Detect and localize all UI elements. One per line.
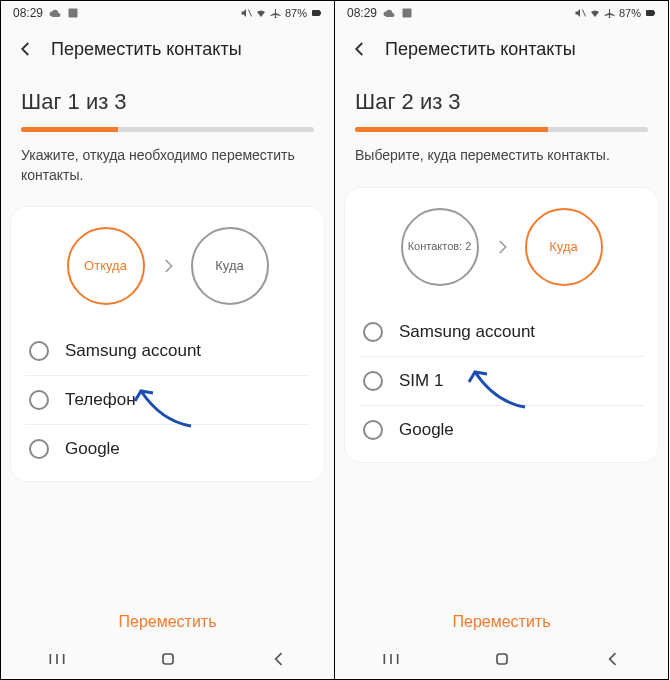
chevron-right-icon bbox=[493, 238, 511, 256]
home-icon[interactable] bbox=[492, 649, 512, 669]
status-battery: 87% bbox=[619, 7, 641, 19]
option-samsung[interactable]: Samsung account bbox=[25, 327, 310, 376]
page-title: Переместить контакты bbox=[385, 39, 576, 60]
svg-rect-6 bbox=[163, 654, 173, 664]
step-label: Шаг 1 из 3 bbox=[21, 89, 314, 115]
mute-icon bbox=[574, 7, 586, 19]
cloud-icon bbox=[383, 7, 395, 19]
move-button[interactable]: Переместить bbox=[1, 595, 334, 639]
image-icon bbox=[401, 7, 413, 19]
from-to-diagram: Откуда Куда bbox=[25, 227, 310, 305]
titlebar: Переместить контакты bbox=[1, 25, 334, 73]
status-time: 08:29 bbox=[13, 6, 43, 20]
step-section: Шаг 2 из 3 Выберите, куда переместить ко… bbox=[335, 73, 668, 166]
options-card: Контактов: 2 Куда Samsung account SIM 1 … bbox=[345, 188, 658, 462]
svg-rect-0 bbox=[69, 9, 78, 18]
option-phone[interactable]: Телефон bbox=[25, 376, 310, 425]
battery-icon bbox=[310, 7, 322, 19]
back-icon[interactable] bbox=[351, 40, 369, 58]
instruction-text: Укажите, откуда необходимо переместить к… bbox=[21, 146, 314, 185]
svg-rect-8 bbox=[646, 10, 654, 16]
to-circle-label: Куда bbox=[549, 239, 577, 255]
radio-icon bbox=[29, 439, 49, 459]
home-icon[interactable] bbox=[158, 649, 178, 669]
wifi-icon bbox=[589, 7, 601, 19]
radio-icon bbox=[29, 341, 49, 361]
radio-icon bbox=[363, 420, 383, 440]
from-circle: Откуда bbox=[67, 227, 145, 305]
option-list: Samsung account SIM 1 Google bbox=[359, 308, 644, 454]
wifi-icon bbox=[255, 7, 267, 19]
airplane-icon bbox=[604, 7, 616, 19]
progress-bar bbox=[355, 127, 648, 132]
back-icon[interactable] bbox=[17, 40, 35, 58]
status-time: 08:29 bbox=[347, 6, 377, 20]
nav-back-icon[interactable] bbox=[269, 649, 289, 669]
nav-bar bbox=[1, 639, 334, 679]
option-label: Google bbox=[399, 420, 454, 440]
chevron-right-icon bbox=[159, 257, 177, 275]
option-samsung[interactable]: Samsung account bbox=[359, 308, 644, 357]
radio-icon bbox=[363, 371, 383, 391]
move-button[interactable]: Переместить bbox=[335, 595, 668, 639]
option-label: SIM 1 bbox=[399, 371, 443, 391]
option-label: Телефон bbox=[65, 390, 136, 410]
battery-icon bbox=[644, 7, 656, 19]
option-list: Samsung account Телефон Google bbox=[25, 327, 310, 473]
step-label: Шаг 2 из 3 bbox=[355, 89, 648, 115]
statusbar: 08:29 87% bbox=[335, 1, 668, 25]
progress-fill bbox=[355, 127, 548, 132]
to-circle-label: Куда bbox=[215, 258, 243, 274]
from-circle-label: Откуда bbox=[84, 258, 127, 274]
recents-icon[interactable] bbox=[381, 649, 401, 669]
page-title: Переместить контакты bbox=[51, 39, 242, 60]
svg-rect-2 bbox=[320, 12, 321, 15]
recents-icon[interactable] bbox=[47, 649, 67, 669]
from-circle: Контактов: 2 bbox=[401, 208, 479, 286]
option-label: Samsung account bbox=[399, 322, 535, 342]
option-google[interactable]: Google bbox=[359, 406, 644, 454]
image-icon bbox=[67, 7, 79, 19]
svg-rect-7 bbox=[403, 9, 412, 18]
phone-screen-1: 08:29 87% Переместить контакты Шаг 1 из … bbox=[0, 0, 335, 680]
mute-icon bbox=[240, 7, 252, 19]
radio-icon bbox=[363, 322, 383, 342]
nav-back-icon[interactable] bbox=[603, 649, 623, 669]
options-card: Откуда Куда Samsung account Телефон Goog… bbox=[11, 207, 324, 481]
to-circle: Куда bbox=[191, 227, 269, 305]
option-label: Samsung account bbox=[65, 341, 201, 361]
nav-bar bbox=[335, 639, 668, 679]
to-circle: Куда bbox=[525, 208, 603, 286]
titlebar: Переместить контакты bbox=[335, 25, 668, 73]
statusbar: 08:29 87% bbox=[1, 1, 334, 25]
status-battery: 87% bbox=[285, 7, 307, 19]
svg-rect-9 bbox=[654, 12, 655, 15]
airplane-icon bbox=[270, 7, 282, 19]
step-section: Шаг 1 из 3 Укажите, откуда необходимо пе… bbox=[1, 73, 334, 185]
option-label: Google bbox=[65, 439, 120, 459]
option-google[interactable]: Google bbox=[25, 425, 310, 473]
progress-fill bbox=[21, 127, 118, 132]
instruction-text: Выберите, куда переместить контакты. bbox=[355, 146, 648, 166]
from-to-diagram: Контактов: 2 Куда bbox=[359, 208, 644, 286]
cloud-icon bbox=[49, 7, 61, 19]
radio-icon bbox=[29, 390, 49, 410]
svg-rect-13 bbox=[497, 654, 507, 664]
option-sim1[interactable]: SIM 1 bbox=[359, 357, 644, 406]
from-circle-label: Контактов: 2 bbox=[408, 240, 472, 253]
progress-bar bbox=[21, 127, 314, 132]
phone-screen-2: 08:29 87% Переместить контакты Шаг 2 из … bbox=[334, 0, 669, 680]
svg-rect-1 bbox=[312, 10, 320, 16]
